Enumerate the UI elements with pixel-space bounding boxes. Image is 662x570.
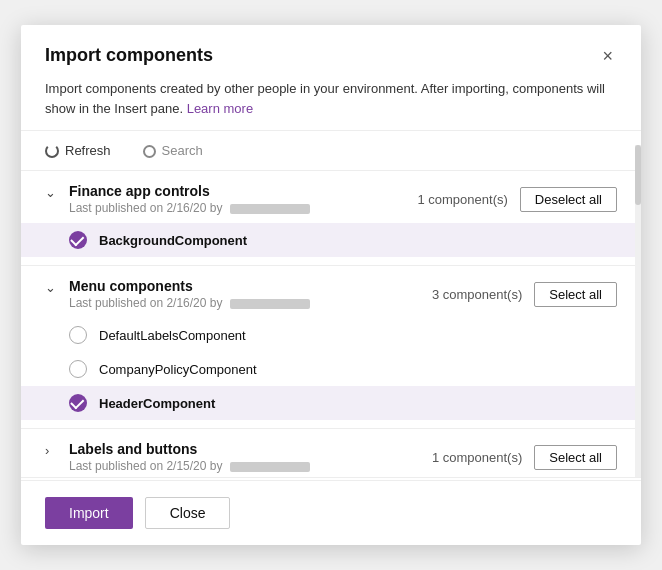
- group-finance-count: 1 component(s): [417, 192, 507, 207]
- group-finance-right: 1 component(s) Deselect all: [417, 187, 617, 212]
- author-blur-labels: [230, 462, 310, 472]
- close-footer-button[interactable]: Close: [145, 497, 231, 529]
- component-item-cp[interactable]: CompanyPolicyComponent: [21, 352, 641, 386]
- select-all-button-labels[interactable]: Select all: [534, 445, 617, 470]
- group-finance: ⌄ Finance app controls Last published on…: [21, 171, 641, 266]
- group-menu-right: 3 component(s) Select all: [432, 282, 617, 307]
- checkbox-unchecked-cp: [69, 360, 87, 378]
- component-item-dl[interactable]: DefaultLabelsComponent: [21, 318, 641, 352]
- author-blur-menu: [230, 299, 310, 309]
- group-labels-info: Labels and buttons Last published on 2/1…: [69, 441, 310, 473]
- scrollbar-track: [635, 145, 641, 477]
- group-labels-count: 1 component(s): [432, 450, 522, 465]
- component-item-hc[interactable]: HeaderComponent: [21, 386, 641, 420]
- close-icon-button[interactable]: ×: [598, 45, 617, 67]
- chevron-down-icon[interactable]: ⌄: [45, 185, 61, 200]
- deselect-all-button-finance[interactable]: Deselect all: [520, 187, 617, 212]
- component-name-cp: CompanyPolicyComponent: [99, 362, 257, 377]
- group-finance-info: Finance app controls Last published on 2…: [69, 183, 310, 215]
- dialog-footer: Import Close: [21, 480, 641, 545]
- group-labels-header: › Labels and buttons Last published on 2…: [21, 429, 641, 477]
- component-name-dl: DefaultLabelsComponent: [99, 328, 246, 343]
- refresh-button[interactable]: Refresh: [45, 139, 111, 162]
- author-blur: [230, 204, 310, 214]
- toolbar: Refresh Search: [21, 130, 641, 171]
- scrollbar-thumb[interactable]: [635, 145, 641, 205]
- group-finance-list: BackgroundComponent: [21, 219, 641, 265]
- component-item-bg[interactable]: BackgroundComponent: [21, 223, 641, 257]
- import-dialog: Import components × Import components cr…: [21, 25, 641, 545]
- search-area: Search: [143, 143, 203, 158]
- group-labels-right: 1 component(s) Select all: [432, 445, 617, 470]
- group-menu-header: ⌄ Menu components Last published on 2/16…: [21, 266, 641, 314]
- group-menu-list: DefaultLabelsComponent CompanyPolicyComp…: [21, 314, 641, 428]
- checkbox-checked-hc: [69, 394, 87, 412]
- description-text: Import components created by other peopl…: [45, 81, 605, 116]
- group-labels-left: › Labels and buttons Last published on 2…: [45, 441, 310, 473]
- group-menu-count: 3 component(s): [432, 287, 522, 302]
- group-menu: ⌄ Menu components Last published on 2/16…: [21, 266, 641, 429]
- refresh-label: Refresh: [65, 143, 111, 158]
- search-placeholder: Search: [162, 143, 203, 158]
- checkbox-unchecked-dl: [69, 326, 87, 344]
- chevron-down-icon-menu[interactable]: ⌄: [45, 280, 61, 295]
- group-menu-name: Menu components: [69, 278, 310, 294]
- checkbox-checked-bg: [69, 231, 87, 249]
- search-icon: [143, 145, 156, 158]
- learn-more-link[interactable]: Learn more: [187, 101, 253, 116]
- select-all-button-menu[interactable]: Select all: [534, 282, 617, 307]
- group-menu-meta: Last published on 2/16/20 by: [69, 296, 310, 310]
- group-finance-meta: Last published on 2/16/20 by: [69, 201, 310, 215]
- group-labels-name: Labels and buttons: [69, 441, 310, 457]
- chevron-right-icon-labels[interactable]: ›: [45, 443, 61, 458]
- group-labels: › Labels and buttons Last published on 2…: [21, 429, 641, 478]
- group-finance-header: ⌄ Finance app controls Last published on…: [21, 171, 641, 219]
- component-name-bg: BackgroundComponent: [99, 233, 247, 248]
- dialog-title: Import components: [45, 45, 213, 66]
- group-menu-info: Menu components Last published on 2/16/2…: [69, 278, 310, 310]
- refresh-icon: [45, 144, 59, 158]
- group-finance-name: Finance app controls: [69, 183, 310, 199]
- component-name-hc: HeaderComponent: [99, 396, 215, 411]
- dialog-description: Import components created by other peopl…: [21, 79, 641, 130]
- content-area: ⌄ Finance app controls Last published on…: [21, 171, 641, 480]
- group-labels-meta: Last published on 2/15/20 by: [69, 459, 310, 473]
- dialog-header: Import components ×: [21, 25, 641, 79]
- group-finance-left: ⌄ Finance app controls Last published on…: [45, 183, 310, 215]
- import-button[interactable]: Import: [45, 497, 133, 529]
- group-menu-left: ⌄ Menu components Last published on 2/16…: [45, 278, 310, 310]
